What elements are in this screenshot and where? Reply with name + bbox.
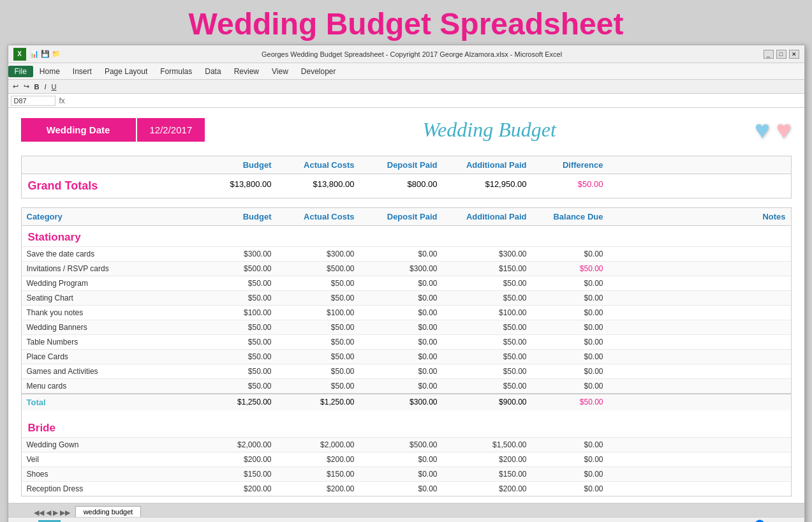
cat-col-deposit: Deposit Paid	[360, 208, 443, 225]
formula-bar: fx	[8, 94, 804, 108]
row-budget: $50.00	[200, 291, 277, 305]
cat-col-category: Category	[22, 208, 200, 225]
menu-review[interactable]: Review	[228, 66, 265, 77]
total-balance: $50.00	[532, 394, 609, 410]
row-name: Games and Activities	[22, 364, 200, 378]
row-additional: $50.00	[443, 364, 532, 378]
table-row: Save the date cards $300.00 $300.00 $0.0…	[22, 246, 791, 261]
row-balance: $50.00	[532, 262, 609, 276]
table-row: Place Cards $50.00 $50.00 $0.00 $50.00 $…	[22, 349, 791, 364]
total-additional: $900.00	[443, 394, 532, 410]
toolbar-bold[interactable]: B	[33, 82, 41, 91]
total-actual: $1,250.00	[277, 394, 360, 410]
row-actual: $100.00	[277, 306, 360, 320]
menu-data[interactable]: Data	[198, 66, 227, 77]
status-left: Ready Help	[13, 520, 61, 523]
formula-input[interactable]	[69, 97, 802, 105]
row-notes	[609, 247, 791, 261]
row-balance: $0.00	[532, 438, 609, 452]
row-balance: $0.00	[532, 320, 609, 334]
row-budget: $50.00	[200, 350, 277, 364]
row-deposit: $0.00	[360, 320, 443, 334]
row-deposit: $0.00	[360, 350, 443, 364]
sheet-tab-wedding-budget[interactable]: wedding budget	[75, 506, 142, 517]
toolbar-redo[interactable]: ↪	[22, 82, 31, 91]
cat-col-notes: Notes	[609, 208, 791, 225]
row-notes	[609, 335, 791, 349]
stationary-total-row: Total $1,250.00 $1,250.00 $300.00 $900.0…	[22, 393, 791, 410]
maximize-button[interactable]: □	[776, 50, 786, 59]
close-button[interactable]: ✕	[789, 50, 799, 59]
status-bar: Ready Help 78% − +	[8, 517, 804, 522]
row-notes	[609, 364, 791, 378]
stationary-title-row: Stationary	[22, 226, 791, 246]
toolbar-undo[interactable]: ↩	[11, 82, 20, 91]
gt-val-deposit: $800.00	[360, 174, 443, 198]
window-controls[interactable]: _ □ ✕	[764, 50, 799, 59]
row-notes	[609, 276, 791, 290]
row-name: Table Numbers	[22, 335, 200, 349]
gt-col-deposit: Deposit Paid	[360, 156, 443, 174]
tab-navigation[interactable]: ◀◀ ◀ ▶ ▶▶	[34, 509, 70, 517]
gt-col-budget: Budget	[200, 156, 277, 174]
table-row: Wedding Program $50.00 $50.00 $0.00 $50.…	[22, 276, 791, 290]
total-notes	[609, 394, 791, 410]
cell-reference-input[interactable]	[11, 96, 55, 106]
table-row: Wedding Gown $2,000.00 $2,000.00 $500.00…	[22, 437, 791, 452]
row-additional: $100.00	[443, 306, 532, 320]
row-deposit: $0.00	[360, 364, 443, 378]
toolbar-underline[interactable]: U	[50, 82, 59, 91]
total-deposit: $300.00	[360, 394, 443, 410]
row-balance: $0.00	[532, 452, 609, 466]
row-additional: $300.00	[443, 247, 532, 261]
excel-app-icon: X	[13, 48, 26, 61]
row-actual: $50.00	[277, 379, 360, 393]
tab-bar: ◀◀ ◀ ▶ ▶▶ wedding budget	[8, 503, 804, 517]
row-additional: $50.00	[443, 291, 532, 305]
zoom-slider[interactable]	[740, 519, 791, 523]
cat-col-budget: Budget	[200, 208, 277, 225]
help-button[interactable]: Help	[38, 520, 61, 523]
menu-home[interactable]: Home	[33, 66, 66, 77]
row-actual: $50.00	[277, 276, 360, 290]
menu-page-layout[interactable]: Page Layout	[98, 66, 154, 77]
row-actual: $50.00	[277, 335, 360, 349]
row-actual: $50.00	[277, 320, 360, 334]
menu-file[interactable]: File	[8, 66, 33, 77]
total-label: Total	[22, 394, 200, 410]
row-actual: $300.00	[277, 247, 360, 261]
gt-val-actual: $13,800.00	[277, 174, 360, 198]
gt-col-additional: Additional Paid	[443, 156, 532, 174]
row-deposit: $0.00	[360, 452, 443, 466]
row-budget: $100.00	[200, 306, 277, 320]
table-row: Reception Dress $200.00 $200.00 $0.00 $2…	[22, 481, 791, 496]
row-name: Veil	[22, 452, 200, 466]
row-name: Save the date cards	[22, 247, 200, 261]
row-additional: $50.00	[443, 276, 532, 290]
row-balance: $0.00	[532, 379, 609, 393]
row-name: Wedding Banners	[22, 320, 200, 334]
toolbar-italic[interactable]: I	[42, 82, 48, 91]
menu-insert[interactable]: Insert	[66, 66, 98, 77]
row-notes	[609, 350, 791, 364]
row-name: Invitations / RSVP cards	[22, 262, 200, 276]
row-name: Thank you notes	[22, 306, 200, 320]
row-notes	[609, 467, 791, 481]
row-deposit: $0.00	[360, 247, 443, 261]
menu-view[interactable]: View	[265, 66, 295, 77]
row-name: Shoes	[22, 467, 200, 481]
toolbar: ↩ ↪ B I U	[8, 80, 804, 94]
menu-developer[interactable]: Developer	[295, 66, 343, 77]
row-additional: $50.00	[443, 320, 532, 334]
table-row: Wedding Banners $50.00 $50.00 $0.00 $50.…	[22, 320, 791, 334]
table-row: Table Numbers $50.00 $50.00 $0.00 $50.00…	[22, 334, 791, 349]
minimize-button[interactable]: _	[764, 50, 774, 59]
table-row: Invitations / RSVP cards $500.00 $500.00…	[22, 261, 791, 276]
row-name: Reception Dress	[22, 482, 200, 496]
window-title: Georges Wedding Budget Spreadsheet - Cop…	[61, 50, 764, 58]
row-notes	[609, 320, 791, 334]
menu-formulas[interactable]: Formulas	[154, 66, 198, 77]
row-deposit: $0.00	[360, 467, 443, 481]
row-deposit: $500.00	[360, 438, 443, 452]
row-balance: $0.00	[532, 306, 609, 320]
